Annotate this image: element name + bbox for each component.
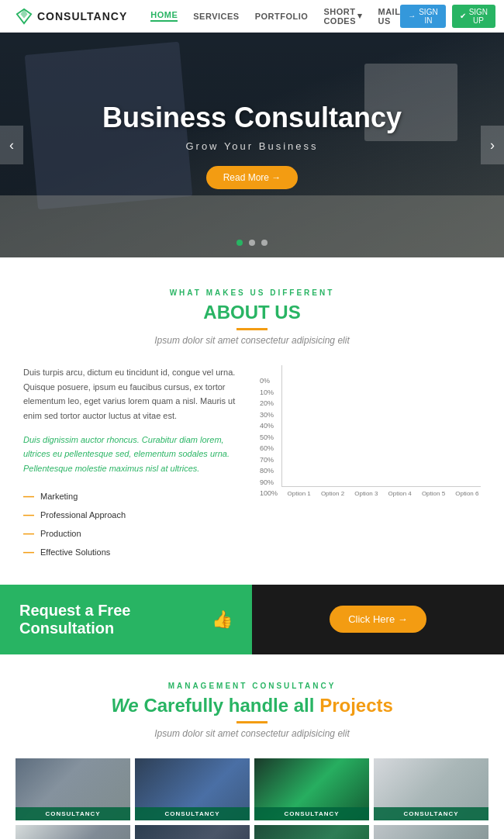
projects-section-label: MANAGEMENT CONSULTANCY — [16, 682, 488, 690]
about-paragraph-1: Duis turpis arcu, dictum eu tincidunt id… — [23, 365, 244, 423]
dash-icon: — — [23, 490, 34, 502]
chart-container: 100% 90% 80% 70% 60% 50% 40% 30% 20% 10%… — [260, 365, 481, 520]
hero-dot-1[interactable] — [236, 240, 243, 246]
about-section: WHAT MAKES US DIFFERENT ABOUT US Ipsum d… — [0, 257, 504, 585]
projects-subtitle: Ipsum dolor sit amet consectetur adipisi… — [16, 728, 488, 739]
chart-label-option2: Option 2 — [319, 490, 346, 497]
about-list: — Marketing — Professional Approach — Pr… — [23, 487, 244, 561]
about-section-title: ABOUT US — [23, 302, 481, 330]
nav-links: HOME SERVICES PORTFOLIO SHORT CODES ▾ MA… — [150, 7, 400, 26]
brand[interactable]: CONSULTANCY — [16, 8, 127, 25]
consultation-banner: Request a Free Consultation 👍 Click Here… — [0, 585, 504, 654]
brand-name: CONSULTANCY — [37, 10, 127, 22]
about-left: Duis turpis arcu, dictum eu tincidunt id… — [23, 365, 244, 561]
chart-label-option6: Option 6 — [454, 490, 481, 497]
project-card-7[interactable]: CONSULTANCY — [254, 825, 369, 839]
about-paragraph-2: Duis dignissim auctor rhoncus. Curabitur… — [23, 433, 244, 476]
about-chart: 100% 90% 80% 70% 60% 50% 40% 30% 20% 10%… — [260, 365, 481, 561]
project-label-3: CONSULTANCY — [254, 807, 369, 820]
hero-prev-button[interactable]: ‹ — [0, 126, 23, 164]
consultation-title: Request a Free Consultation 👍 — [19, 602, 233, 637]
hero-dot-2[interactable] — [249, 240, 255, 246]
clickhere-button[interactable]: Click Here → — [330, 606, 426, 633]
project-card-1[interactable]: CONSULTANCY — [16, 758, 130, 820]
chart-label-option4: Option 4 — [386, 490, 413, 497]
projects-section-title: We Carefully handle all Projects — [16, 695, 488, 723]
project-label-2: CONSULTANCY — [135, 807, 250, 820]
dash-icon: — — [23, 546, 34, 558]
list-item: — Effective Solutions — [23, 543, 244, 561]
chart-area: 100% 90% 80% 70% 60% 50% 40% 30% 20% 10%… — [260, 365, 481, 497]
chart-bars-wrapper: Option 1 Option 2 Option 3 Option 4 Opti… — [281, 365, 481, 497]
hero-title: Business Consultancy — [102, 102, 402, 134]
about-section-label: WHAT MAKES US DIFFERENT — [23, 288, 481, 297]
hero-section: ‹ Business Consultancy Grow Your Busines… — [0, 33, 504, 257]
project-card-2[interactable]: CONSULTANCY — [135, 758, 250, 820]
hero-next-button[interactable]: › — [481, 126, 504, 164]
nav-link-portfolio[interactable]: PORTFOLIO — [255, 12, 309, 21]
readmore-button[interactable]: Read More → — [206, 166, 299, 189]
about-subtitle: Ipsum dolor sit amet consectetur adipisi… — [23, 335, 481, 346]
signin-icon: → — [408, 12, 416, 20]
project-label-1: CONSULTANCY — [16, 807, 130, 820]
about-content: Duis turpis arcu, dictum eu tincidunt id… — [23, 365, 481, 561]
chart-y-axis: 100% 90% 80% 70% 60% 50% 40% 30% 20% 10%… — [260, 377, 281, 497]
consultation-right: Click Here → — [252, 585, 504, 654]
nav-link-shortcodes[interactable]: SHORT CODES ▾ — [323, 7, 362, 26]
nav-link-home[interactable]: HOME — [150, 10, 178, 22]
hand-pointer-icon: 👍 — [212, 609, 233, 630]
projects-section: MANAGEMENT CONSULTANCY We Carefully hand… — [0, 654, 504, 839]
nav-actions: → SIGN IN ✔ SIGN UP — [400, 5, 495, 28]
signin-button[interactable]: → SIGN IN — [400, 5, 445, 28]
diamond-icon — [16, 8, 33, 25]
signup-button[interactable]: ✔ SIGN UP — [452, 5, 495, 28]
projects-grid: CONSULTANCY CONSULTANCY CONSULTANCY CONS… — [16, 758, 488, 839]
signup-icon: ✔ — [460, 12, 466, 20]
nav-link-services[interactable]: SERVICES — [193, 12, 239, 21]
project-label-4: CONSULTANCY — [374, 807, 488, 820]
navbar: CONSULTANCY HOME SERVICES PORTFOLIO SHOR… — [0, 0, 504, 33]
chart-label-option1: Option 1 — [285, 490, 312, 497]
list-item: — Production — [23, 524, 244, 543]
project-card-8[interactable]: CONSULTANCY — [374, 825, 488, 839]
hero-dot-3[interactable] — [261, 240, 268, 246]
chart-x-labels: Option 1 Option 2 Option 3 Option 4 Opti… — [281, 490, 481, 497]
dash-icon: — — [23, 527, 34, 540]
nav-link-mailUs[interactable]: MAIL US — [378, 7, 401, 26]
project-card-6[interactable]: CONSULTANCY — [135, 825, 250, 839]
chart-label-option3: Option 3 — [353, 490, 380, 497]
project-card-5[interactable]: CONSULTANCY — [16, 825, 130, 839]
chart-label-option5: Option 5 — [419, 490, 447, 497]
hero-subtitle: Grow Your Business — [102, 140, 402, 152]
project-card-4[interactable]: CONSULTANCY — [374, 758, 488, 820]
hero-content: Business Consultancy Grow Your Business … — [102, 102, 402, 189]
dash-icon: — — [23, 509, 34, 521]
consultation-left: Request a Free Consultation 👍 — [0, 585, 252, 654]
chevron-down-icon: ▾ — [357, 11, 363, 21]
project-card-3[interactable]: CONSULTANCY — [254, 758, 369, 820]
chart-bars — [281, 365, 481, 487]
list-item: — Professional Approach — [23, 506, 244, 524]
list-item: — Marketing — [23, 487, 244, 506]
hero-dots — [236, 240, 268, 246]
